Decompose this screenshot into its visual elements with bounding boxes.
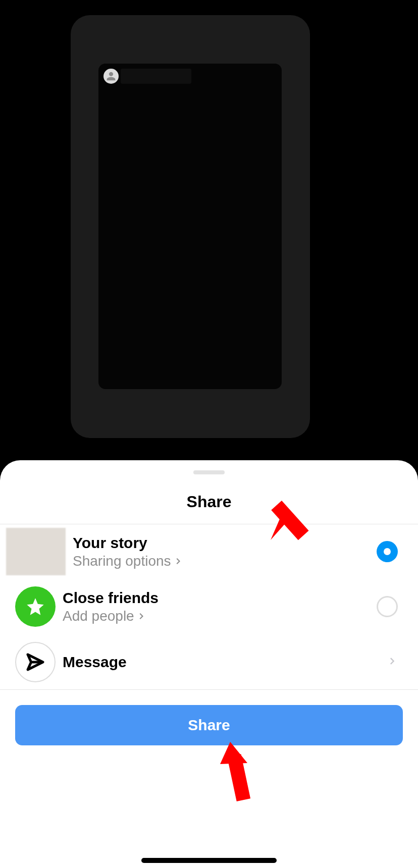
close-friends-title: Close friends — [63, 589, 377, 607]
divider — [0, 524, 418, 524]
chevron-right-icon — [137, 612, 146, 621]
sheet-title: Share — [0, 493, 418, 511]
close-friends-icon — [15, 586, 56, 627]
your-story-subtitle[interactable]: Sharing options — [73, 553, 183, 569]
home-indicator — [141, 858, 277, 863]
option-message[interactable]: Message — [0, 642, 418, 682]
your-story-radio[interactable] — [377, 541, 398, 562]
username-redacted — [121, 69, 191, 84]
close-friends-subtitle-text: Add people — [63, 608, 134, 624]
close-friends-radio[interactable] — [377, 596, 398, 617]
close-friends-texts: Close friends Add people — [63, 589, 377, 624]
message-chevron — [388, 654, 398, 670]
avatar-icon — [103, 69, 119, 84]
your-story-texts: Your story Sharing options — [73, 534, 377, 569]
message-circle-icon — [15, 642, 56, 682]
chevron-right-icon — [388, 654, 398, 668]
your-story-thumbnail — [6, 528, 66, 575]
share-button-label: Share — [188, 717, 230, 734]
story-preview-inner — [98, 64, 282, 389]
star-icon — [25, 596, 45, 617]
chevron-right-icon — [174, 557, 183, 566]
share-button[interactable]: Share — [15, 705, 403, 745]
story-preview-backdrop — [0, 0, 418, 460]
story-preview-card — [71, 15, 310, 438]
close-friends-subtitle[interactable]: Add people — [63, 608, 146, 624]
option-close-friends[interactable]: Close friends Add people — [0, 586, 418, 627]
your-story-title: Your story — [73, 534, 377, 552]
share-sheet: Share Your story Sharing options Close f… — [0, 460, 418, 868]
sheet-grabber[interactable] — [193, 470, 225, 474]
message-title: Message — [63, 653, 388, 671]
divider — [0, 689, 418, 690]
message-texts: Message — [63, 653, 388, 671]
option-your-story[interactable]: Your story Sharing options — [0, 528, 418, 575]
your-story-subtitle-text: Sharing options — [73, 553, 171, 569]
send-icon — [25, 652, 45, 672]
